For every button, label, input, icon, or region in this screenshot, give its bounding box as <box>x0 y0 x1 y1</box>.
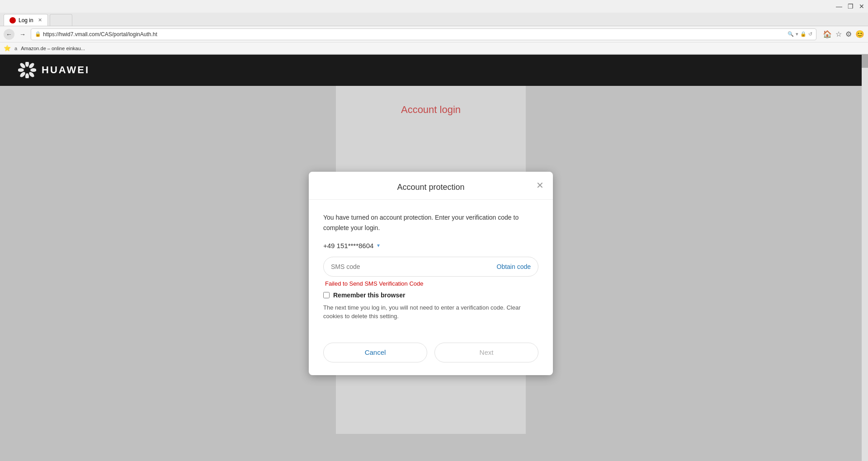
browser-toolbar: ← → 🔒 https://hwid7.vmall.com/CAS/portal… <box>0 26 868 42</box>
svg-point-0 <box>25 62 29 67</box>
tab-bar: Log in ✕ <box>0 13 868 26</box>
new-tab-area <box>50 14 72 26</box>
restore-button[interactable]: ❐ <box>848 3 854 10</box>
url-search-icon: 🔍 <box>788 31 794 37</box>
minimize-button[interactable]: — <box>836 3 842 10</box>
home-icon[interactable]: 🏠 <box>823 30 832 38</box>
sms-input-container: Obtain code <box>323 257 538 277</box>
star-icon[interactable]: ☆ <box>835 30 842 38</box>
account-protection-modal: Account protection ✕ You have turned on … <box>309 172 553 375</box>
back-button[interactable]: ← <box>4 29 14 40</box>
sms-code-input[interactable] <box>331 263 497 270</box>
bookmark-label[interactable]: Amazon.de – online einkau... <box>21 46 85 51</box>
amazon-favicon: a <box>14 46 17 51</box>
tab-close-icon[interactable]: ✕ <box>38 17 42 23</box>
phone-selector[interactable]: +49 151****8604 ▾ <box>323 242 538 249</box>
huawei-header: HUAWEI <box>0 54 862 86</box>
phone-dropdown-icon[interactable]: ▾ <box>377 242 380 249</box>
modal-overlay: Account protection ✕ You have turned on … <box>0 86 862 461</box>
scrollbar-right[interactable] <box>862 54 868 461</box>
huawei-brand-name: HUAWEI <box>42 64 90 76</box>
svg-point-2 <box>30 68 36 72</box>
cancel-button[interactable]: Cancel <box>323 343 427 362</box>
modal-footer: Cancel Next <box>309 343 553 375</box>
bookmarks-bar: ⭐ a Amazon.de – online einkau... <box>0 42 868 54</box>
forward-button[interactable]: → <box>17 29 28 40</box>
tab-favicon <box>9 17 16 24</box>
lock-icon: 🔒 <box>800 31 807 37</box>
huawei-logo: HUAWEI <box>18 62 90 78</box>
user-icon[interactable]: 😊 <box>855 30 864 38</box>
bookmark-star-icon: ⭐ <box>4 45 11 52</box>
remember-description: The next time you log in, you will not n… <box>323 303 538 321</box>
toolbar-icons: 🏠 ☆ ⚙ 😊 <box>823 30 864 38</box>
tab-title: Log in <box>19 17 33 24</box>
titlebar-controls: — ❐ ✕ <box>836 3 864 10</box>
modal-title: Account protection <box>397 183 464 192</box>
huawei-logo-icon <box>18 62 36 78</box>
svg-point-7 <box>19 62 26 69</box>
obtain-code-button[interactable]: Obtain code <box>497 263 531 270</box>
phone-number: +49 151****8604 <box>323 242 373 249</box>
browser-chrome: — ❐ ✕ Log in ✕ ← → 🔒 https://hwid7.vmall… <box>0 0 868 55</box>
remember-label: Remember this browser <box>333 292 406 299</box>
svg-point-6 <box>18 68 24 72</box>
next-button[interactable]: Next <box>434 343 538 362</box>
modal-description: You have turned on account protection. E… <box>323 212 538 233</box>
svg-point-1 <box>28 62 35 69</box>
url-dropdown-icon[interactable]: ▾ <box>796 31 798 37</box>
svg-point-5 <box>19 71 26 78</box>
settings-icon[interactable]: ⚙ <box>845 30 852 38</box>
close-button[interactable]: ✕ <box>859 3 864 10</box>
svg-point-4 <box>25 73 29 78</box>
remember-section: Remember this browser <box>323 292 538 299</box>
scrollbar-thumb[interactable] <box>862 54 868 68</box>
error-message: Failed to Send SMS Verification Code <box>323 280 538 287</box>
page-content: HUAWEI Account login Account protection … <box>0 54 862 461</box>
svg-point-3 <box>28 71 35 78</box>
modal-body: You have turned on account protection. E… <box>309 200 553 343</box>
url-text: https://hwid7.vmall.com/CAS/portal/login… <box>43 31 786 38</box>
active-tab[interactable]: Log in ✕ <box>4 14 48 26</box>
modal-close-button[interactable]: ✕ <box>536 181 544 190</box>
modal-header: Account protection ✕ <box>309 172 553 200</box>
browser-titlebar: — ❐ ✕ <box>0 0 868 13</box>
refresh-icon[interactable]: ↺ <box>808 31 812 37</box>
remember-checkbox[interactable] <box>323 292 330 298</box>
address-bar[interactable]: 🔒 https://hwid7.vmall.com/CAS/portal/log… <box>31 28 816 40</box>
